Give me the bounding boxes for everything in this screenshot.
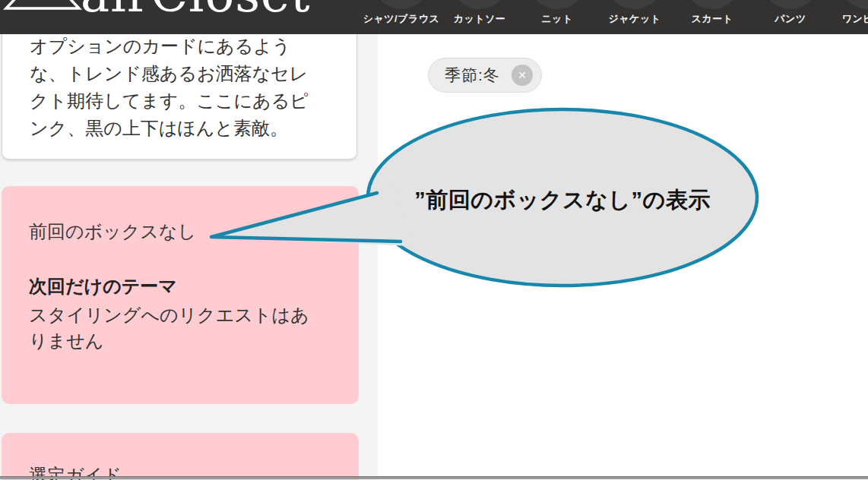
category-thumbnail [684,0,740,9]
hanger-icon [3,0,79,34]
category-thumbnail [840,0,868,9]
previous-box-title: 前回のボックスなし [29,219,196,244]
annotation-text: ”前回のボックスなし”の表示 [395,185,730,216]
nav-item-shirts-blouse[interactable]: シャツ/ブラウス [356,0,447,34]
nav-item-label: シャツ/ブラウス [356,12,447,26]
selection-guide-card: 選定ガイド [2,433,359,480]
sidebar: オプションのカードにあるよう な、トレンド感あるお洒落なセレ クト期待してます。… [0,0,378,480]
category-thumbnail [762,0,819,9]
close-icon[interactable]: ✕ [512,65,533,86]
filter-tag-label: 季節:冬 [445,65,500,86]
nav-item-skirt[interactable]: スカート [667,0,758,34]
logo[interactable]: airCloset [0,0,350,34]
window-bottom-edge [0,476,868,479]
header: airCloset シャツ/ブラウス カットソー ニット ジャケット スカート … [0,0,868,34]
next-theme-body: スタイリングへのリクエストはあ りません [29,302,344,354]
nav-item-label: ワンピース [822,12,868,26]
filter-tag-season[interactable]: 季節:冬 ✕ [428,58,542,93]
category-thumbnail [529,0,585,9]
screen: オプションのカードにあるよう な、トレンド感あるお洒落なセレ クト期待してます。… [0,0,868,480]
nav-item-onepiece[interactable]: ワンピース [822,0,868,34]
request-comment-text: オプションのカードにあるよう な、トレンド感あるお洒落なセレ クト期待してます。… [30,33,347,142]
next-theme-heading: 次回だけのテーマ [29,274,177,298]
category-thumbnail [607,0,663,9]
category-thumbnail [373,0,429,9]
nav-item-label: スカート [667,12,758,26]
logo-text: airCloset [81,0,311,19]
category-thumbnail [451,0,508,9]
previous-box-card: 前回のボックスなし 次回だけのテーマ スタイリングへのリクエストはあ りません [2,186,359,404]
